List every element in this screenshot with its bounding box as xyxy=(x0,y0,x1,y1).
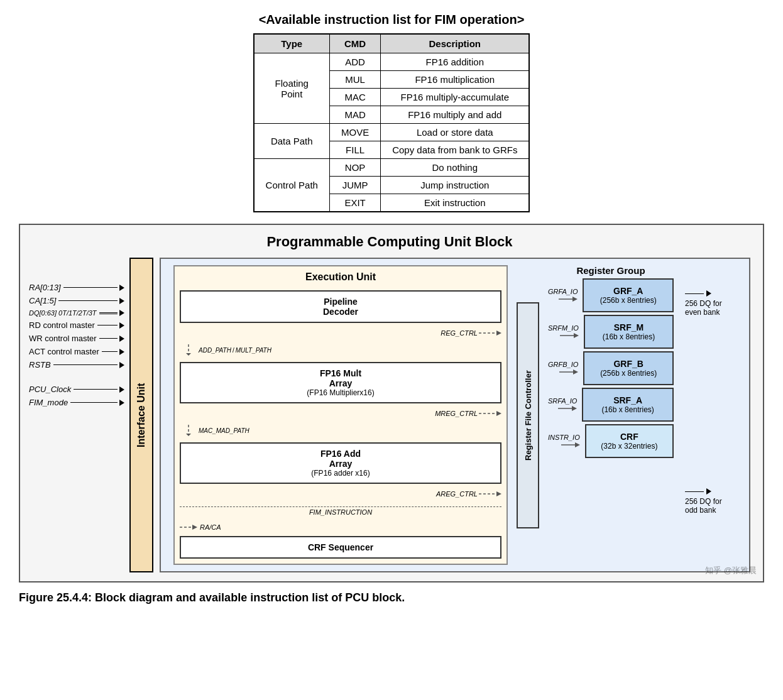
signal-pcu-clock-label: PCU_Clock xyxy=(29,385,71,394)
pipeline-decoder-block: PipelineDecoder xyxy=(180,290,501,323)
pcu-main: DATA_IN Execution Unit PipelineDecoder R… xyxy=(160,258,750,572)
svg-marker-5 xyxy=(186,353,191,356)
rfc-label: Register File Controller xyxy=(523,370,533,461)
srfa-row: SRFA_IO SRF_A (16b x 8entries) xyxy=(548,388,674,422)
figure-caption: Figure 25.4.4: Block diagram and availab… xyxy=(19,591,764,604)
svg-marker-9 xyxy=(186,434,191,436)
desc-nop: Do nothing xyxy=(381,159,530,177)
srfm-row: SRFM_IO SRF_M (16b x 8entries) xyxy=(548,315,674,349)
srf-a-sub: (16b x 8entries) xyxy=(588,405,667,414)
instr-io-arrow xyxy=(561,441,580,449)
signal-dq-arrow xyxy=(119,310,124,316)
col-header-desc: Description xyxy=(381,34,530,53)
svg-marker-23 xyxy=(575,442,580,447)
right-bottom-row xyxy=(685,488,711,495)
cmd-mad: MAD xyxy=(329,106,380,124)
signal-act-line xyxy=(102,351,118,352)
mac-mad-path-row: MAC_MAD_PATH xyxy=(180,425,501,436)
signal-ca: CA[1:5] xyxy=(29,296,124,305)
diagram-inner: RA[0:13] CA[1:5] DQ[0:63] 0T/1T/2T/3T RD… xyxy=(29,258,750,572)
ra-ca-label: RA/CA xyxy=(200,523,221,531)
signal-act: ACT control master xyxy=(29,347,124,356)
signal-fim-mode-line xyxy=(70,402,118,403)
desc-mul: FP16 multiplication xyxy=(381,71,530,89)
fp16-mult-sub: (FP16 Multiplierx16) xyxy=(185,388,496,397)
svg-marker-15 xyxy=(572,297,578,302)
crf-label: CRF xyxy=(591,432,667,442)
fim-instruction-label: FIM_INSTRUCTION xyxy=(180,506,501,516)
right-bottom-signal: 256 DQ forodd bank xyxy=(685,488,743,515)
svg-marker-11 xyxy=(496,491,501,496)
rfc-box: Register File Controller xyxy=(517,302,539,528)
signal-wr-line xyxy=(99,338,118,339)
col-header-type: Type xyxy=(254,34,330,53)
path-separator: / xyxy=(233,347,234,354)
table-title: <Available instruction list for FIM oper… xyxy=(259,13,525,27)
grfb-row: GRFB_IO GRF_B (256b x 8entries) xyxy=(548,351,674,385)
left-signals: RA[0:13] CA[1:5] DQ[0:63] 0T/1T/2T/3T RD… xyxy=(29,258,129,572)
ra-ca-arrow xyxy=(180,523,197,531)
mreg-ctrl-row: MREG_CTRL xyxy=(180,410,501,417)
desc-move: Load or store data xyxy=(381,124,530,141)
table-section: <Available instruction list for FIM oper… xyxy=(19,13,764,212)
signal-fim-mode: FIM_mode xyxy=(29,398,124,407)
signal-pcu-clock-line xyxy=(74,389,118,390)
srfm-io-signal: SRFM_IO xyxy=(548,324,579,339)
instr-io-signal: INSTR_IO xyxy=(548,434,580,449)
fp16-add-block: FP16 AddArray (FP16 adder x16) xyxy=(180,442,501,484)
signal-fim-mode-label: FIM_mode xyxy=(29,398,68,407)
fp16-mult-label: FP16 MultArray xyxy=(185,368,496,388)
right-bottom-arrow xyxy=(706,488,711,495)
right-signals: 256 DQ foreven bank 256 DQ forodd bank xyxy=(680,265,743,565)
signal-rd-line xyxy=(97,325,118,325)
add-path-label: ADD_PATH xyxy=(199,347,231,354)
cmd-mac: MAC xyxy=(329,89,380,106)
signal-rstb-label: RSTB xyxy=(29,360,51,369)
grfb-io-label: GRFB_IO xyxy=(548,361,578,368)
reg-ctrl-label: REG_CTRL xyxy=(441,329,478,337)
right-top-arrow xyxy=(706,290,711,297)
srf-m-sub: (16b x 8entries) xyxy=(590,332,667,341)
cmd-add: ADD xyxy=(329,53,380,71)
table-row: Data Path MOVE Load or store data xyxy=(254,124,530,141)
signal-ca-line xyxy=(58,300,118,301)
pipeline-decoder-label: PipelineDecoder xyxy=(323,297,358,317)
signal-wr-label: WR control master xyxy=(29,334,97,343)
signal-rd-arrow xyxy=(119,322,124,329)
grfb-io-signal: GRFB_IO xyxy=(548,361,578,376)
signal-act-arrow xyxy=(119,349,124,355)
mreg-ctrl-arrow xyxy=(479,410,501,417)
signal-ra-line xyxy=(63,287,118,288)
type-control-path: Control Path xyxy=(254,159,330,212)
signal-fim-mode-arrow xyxy=(119,400,124,406)
crf-sequencer-block: CRF Sequencer xyxy=(180,536,501,559)
desc-mad: FP16 multiply and add xyxy=(381,106,530,124)
spacer1 xyxy=(29,373,124,385)
mac-mad-arrow xyxy=(180,425,197,436)
areg-ctrl-arrow xyxy=(479,490,501,498)
srfm-io-label: SRFM_IO xyxy=(548,324,579,332)
desc-jump: Jump instruction xyxy=(381,177,530,194)
signal-dq: DQ[0:63] 0T/1T/2T/3T xyxy=(29,309,124,317)
areg-ctrl-row: AREG_CTRL xyxy=(180,490,501,498)
signal-dq-line xyxy=(99,312,118,314)
srf-a-box: SRF_A (16b x 8entries) xyxy=(582,388,674,422)
signal-rstb-line xyxy=(53,364,118,365)
signal-rstb: RSTB xyxy=(29,360,124,369)
register-group-title: Register Group xyxy=(548,265,674,276)
grf-a-sub: (256b x 8entries) xyxy=(589,296,667,305)
srf-m-label: SRF_M xyxy=(590,322,667,332)
execution-unit: Execution Unit PipelineDecoder REG_CTRL xyxy=(173,265,508,565)
diagram-title: Programmable Computing Unit Block xyxy=(29,234,750,250)
srf-a-label: SRF_A xyxy=(588,395,667,405)
dq-odd-label: 256 DQ forodd bank xyxy=(685,497,722,515)
add-path-arrows xyxy=(180,344,197,356)
signal-pcu-clock: PCU_Clock xyxy=(29,385,124,394)
svg-marker-19 xyxy=(573,369,578,375)
signal-rd: RD control master xyxy=(29,320,124,330)
cmd-move: MOVE xyxy=(329,124,380,141)
col-header-cmd: CMD xyxy=(329,34,380,53)
cmd-exit: EXIT xyxy=(329,194,380,212)
right-top-row xyxy=(685,290,711,297)
signal-rstb-arrow xyxy=(119,362,124,368)
